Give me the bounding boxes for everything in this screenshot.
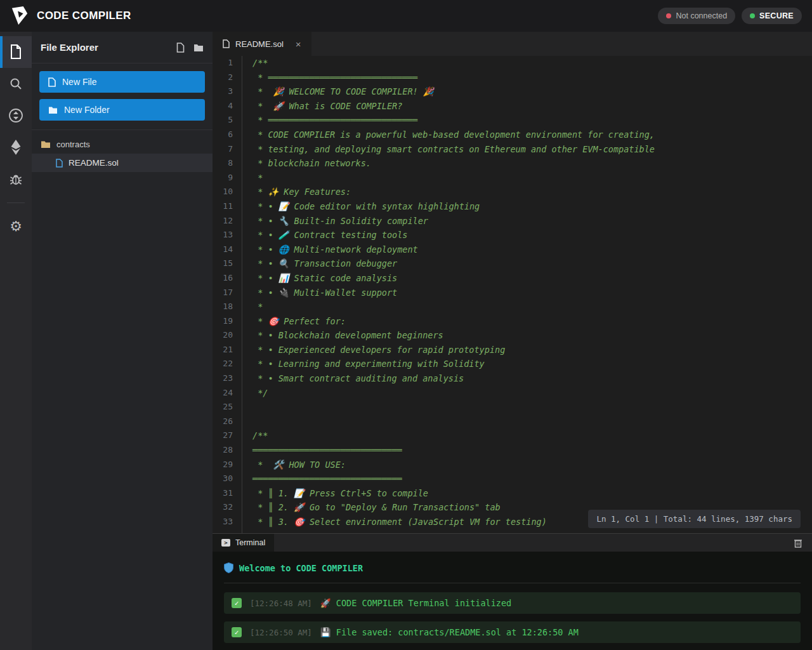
- green-dot-icon: [750, 13, 755, 18]
- line-number: 18: [213, 300, 242, 314]
- close-icon[interactable]: ×: [296, 39, 301, 50]
- terminal-output[interactable]: Welcome to CODE COMPILER ✓ [12:26:48 AM]…: [213, 552, 812, 650]
- code-line: 2 * ═════════════════════════════: [213, 70, 812, 85]
- connection-status-label: Not connected: [676, 11, 727, 20]
- line-text: *: [242, 171, 263, 185]
- code-line: 15 * • 🔍 Transaction debugger: [213, 256, 812, 271]
- check-icon: ✓: [232, 598, 242, 608]
- tab-readme-sol[interactable]: README.sol ×: [213, 32, 311, 56]
- line-number: 2: [213, 70, 242, 85]
- code-line: 1 /**: [213, 56, 812, 70]
- sidebar-item-ethereum[interactable]: [0, 131, 32, 163]
- activity-bar: ⚙: [0, 32, 32, 650]
- line-text: * • 🔌 Multi-Wallet support: [242, 286, 397, 300]
- terminal-log-row: ✓ [12:26:50 AM] 💾 File saved: contracts/…: [224, 621, 801, 643]
- sidebar-item-files[interactable]: [0, 36, 32, 68]
- new-file-icon[interactable]: [176, 43, 185, 53]
- terminal-entries: ✓ [12:26:48 AM] 🚀 CODE COMPILER Terminal…: [224, 592, 801, 643]
- line-text: * CODE COMPILER is a powerful web-based …: [242, 128, 655, 142]
- line-text: /**: [242, 428, 268, 443]
- line-text: * • Smart contract auditing and analysis: [242, 371, 464, 386]
- line-text: *: [242, 300, 263, 314]
- line-number: 6: [213, 128, 242, 142]
- tab-label: README.sol: [235, 39, 284, 49]
- terminal-icon: >: [221, 539, 230, 547]
- line-number: 3: [213, 84, 242, 99]
- line-number: 28: [213, 443, 242, 458]
- line-text: * ║ 2. 🚀 Go to "Deploy & Run Transaction…: [242, 500, 501, 515]
- clear-terminal-icon[interactable]: [794, 538, 802, 548]
- sidebar-item-settings[interactable]: ⚙: [0, 211, 32, 242]
- editor-tab-bar: README.sol ×: [213, 32, 812, 56]
- code-line: 29 * 🛠️ HOW TO USE:: [213, 458, 812, 472]
- log-timestamp: [12:26:50 AM]: [250, 628, 312, 637]
- line-number: 20: [213, 328, 242, 343]
- ethereum-icon: [10, 139, 22, 156]
- code-line: 19 * 🎯 Perfect for:: [213, 314, 812, 329]
- line-text: * ║ 1. 📝 Press Ctrl+S to compile: [242, 486, 428, 501]
- line-text: /**: [242, 56, 268, 70]
- code-line: 16 * • 📊 Static code analysis: [213, 271, 812, 286]
- sidebar-item-deploy[interactable]: [0, 100, 32, 131]
- tree-folder-contracts[interactable]: contracts: [32, 135, 213, 154]
- bug-icon: [9, 172, 23, 186]
- log-message: 🚀 CODE COMPILER Terminal initialized: [320, 598, 511, 608]
- terminal-welcome: Welcome to CODE COMPILER: [224, 560, 801, 574]
- code-line: 14 * • 🌐 Multi-network deployment: [213, 242, 812, 257]
- line-text: ═════════════════════════════: [242, 472, 402, 486]
- line-text: * • Experienced developers for rapid pro…: [242, 343, 505, 357]
- sidebar-item-search[interactable]: [0, 68, 32, 100]
- code-line: 8 * blockchain networks.: [213, 156, 812, 171]
- file-icon: [56, 159, 63, 168]
- new-folder-icon[interactable]: [193, 43, 204, 52]
- line-number: 14: [213, 242, 242, 257]
- file-icon: [223, 39, 230, 48]
- code-editor[interactable]: 1 /** 2 * ═════════════════════════════ …: [213, 56, 812, 533]
- line-number: 11: [213, 199, 242, 214]
- code-line: 28 ═════════════════════════════: [213, 443, 812, 458]
- file-tree: contracts README.sol: [32, 130, 213, 172]
- line-text: [242, 415, 252, 429]
- code-line: 6 * CODE COMPILER is a powerful web-base…: [213, 128, 812, 142]
- file-explorer-panel: File Explorer New File New Folder: [32, 32, 213, 650]
- code-line: 17 * • 🔌 Multi-Wallet support: [213, 286, 812, 300]
- line-number: 29: [213, 458, 242, 472]
- code-line: 21 * • Experienced developers for rapid …: [213, 343, 812, 357]
- line-text: * 🎉 WELCOME TO CODE COMPILER! 🎉: [242, 84, 434, 99]
- new-file-button[interactable]: New File: [39, 71, 205, 93]
- line-text: * 🎯 Perfect for:: [242, 314, 346, 329]
- file-name-label: README.sol: [69, 158, 119, 168]
- code-line: 22 * • Learning and experimenting with S…: [213, 357, 812, 371]
- terminal-log-row: ✓ [12:26:48 AM] 🚀 CODE COMPILER Terminal…: [224, 592, 801, 614]
- new-folder-button[interactable]: New Folder: [39, 99, 205, 121]
- line-text: */: [242, 386, 268, 401]
- code-line: 23 * • Smart contract auditing and analy…: [213, 371, 812, 386]
- sidebar-item-debug[interactable]: [0, 163, 32, 195]
- code-line: 4 * 🚀 What is CODE COMPILER?: [213, 99, 812, 114]
- line-text: * • 🧪 Contract testing tools: [242, 228, 407, 242]
- code-line: 12 * • 🔧 Built-in Solidity compiler: [213, 214, 812, 229]
- line-text: * • 🔧 Built-in Solidity compiler: [242, 214, 428, 229]
- terminal-panel: > Terminal W: [213, 533, 812, 650]
- line-text: * ═════════════════════════════: [242, 70, 417, 85]
- deploy-transactions-icon: [8, 108, 23, 123]
- line-number: 23: [213, 371, 242, 386]
- file-explorer-title: File Explorer: [41, 42, 167, 53]
- line-text: ═════════════════════════════: [242, 443, 402, 458]
- tree-file-readme[interactable]: README.sol: [32, 154, 213, 172]
- line-number: 15: [213, 256, 242, 271]
- line-text: * • 📝 Code editor with syntax highlighti…: [242, 199, 480, 214]
- line-number: 26: [213, 415, 242, 429]
- terminal-tab-label: Terminal: [235, 538, 265, 547]
- code-line: 11 * • 📝 Code editor with syntax highlig…: [213, 199, 812, 214]
- tab-terminal[interactable]: > Terminal: [213, 534, 274, 552]
- log-message: 💾 File saved: contracts/README.sol at 12…: [320, 627, 579, 637]
- code-area: 1 /** 2 * ═════════════════════════════ …: [213, 56, 812, 533]
- sidebar-divider: [7, 202, 25, 203]
- folder-name-label: contracts: [56, 140, 90, 149]
- shield-icon: [224, 562, 233, 573]
- code-line: 10 * ✨ Key Features:: [213, 185, 812, 199]
- code-line: 20 * • Blockchain development beginners: [213, 328, 812, 343]
- line-text: * • 🔍 Transaction debugger: [242, 256, 397, 271]
- terminal-welcome-label: Welcome to CODE COMPILER: [239, 563, 363, 573]
